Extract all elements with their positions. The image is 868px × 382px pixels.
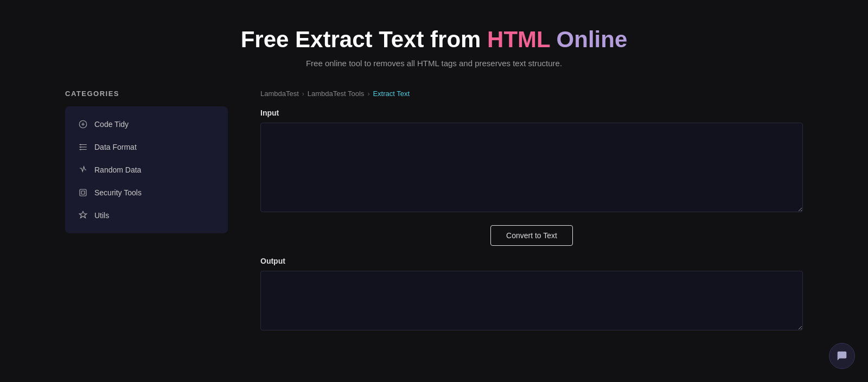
sidebar-item-label: Security Tools [94,188,142,197]
breadcrumb-lambdatest[interactable]: LambdaTest [260,90,299,98]
output-textarea[interactable] [260,271,803,330]
chat-fab-button[interactable] [829,343,855,369]
sidebar-item-data-format[interactable]: Data Format [65,136,228,158]
svg-rect-5 [81,191,85,194]
sidebar-item-label: Code Tidy [94,120,129,129]
title-highlight-online: Online [550,27,627,52]
sidebar-item-security-tools[interactable]: Security Tools [65,181,228,204]
utils-icon [78,211,88,220]
sidebar-item-label: Data Format [94,143,137,151]
sidebar-item-random-data[interactable]: Random Data [65,158,228,181]
input-textarea[interactable] [260,123,803,212]
sidebar-item-code-tidy[interactable]: Code Tidy [65,113,228,136]
svg-rect-4 [80,189,86,196]
page-subtitle: Free online tool to removes all HTML tag… [11,59,857,68]
title-highlight-html: HTML [487,27,550,52]
content-area: LambdaTest › LambdaTest Tools › Extract … [260,90,803,333]
categories-label: CATEGORIES [65,90,228,98]
page-header: Free Extract Text from HTML Online Free … [0,0,868,90]
breadcrumb: LambdaTest › LambdaTest Tools › Extract … [260,90,803,98]
convert-button[interactable]: Convert to Text [490,225,573,246]
sidebar: CATEGORIES Code Tidy Data Format [65,90,228,333]
svg-point-2 [80,147,81,148]
button-row: Convert to Text [260,225,803,246]
breadcrumb-extract-text: Extract Text [373,90,410,98]
code-tidy-icon [78,119,88,129]
svg-point-3 [80,149,81,150]
main-layout: CATEGORIES Code Tidy Data Format [0,90,868,333]
input-label: Input [260,109,803,117]
random-data-icon [78,165,88,175]
security-tools-icon [78,188,88,198]
chat-icon [836,350,848,362]
sidebar-item-label: Random Data [94,165,141,174]
svg-point-1 [80,144,81,145]
breadcrumb-sep-1: › [302,90,304,98]
breadcrumb-lambdatest-tools[interactable]: LambdaTest Tools [308,90,365,98]
breadcrumb-sep-2: › [367,90,369,98]
title-text-part1: Free Extract Text from [241,27,487,52]
sidebar-item-utils[interactable]: Utils [65,204,228,227]
page-title: Free Extract Text from HTML Online [11,26,857,53]
sidebar-item-label: Utils [94,211,109,220]
sidebar-menu: Code Tidy Data Format Random Data [65,106,228,233]
data-format-icon [78,142,88,152]
output-label: Output [260,257,803,265]
